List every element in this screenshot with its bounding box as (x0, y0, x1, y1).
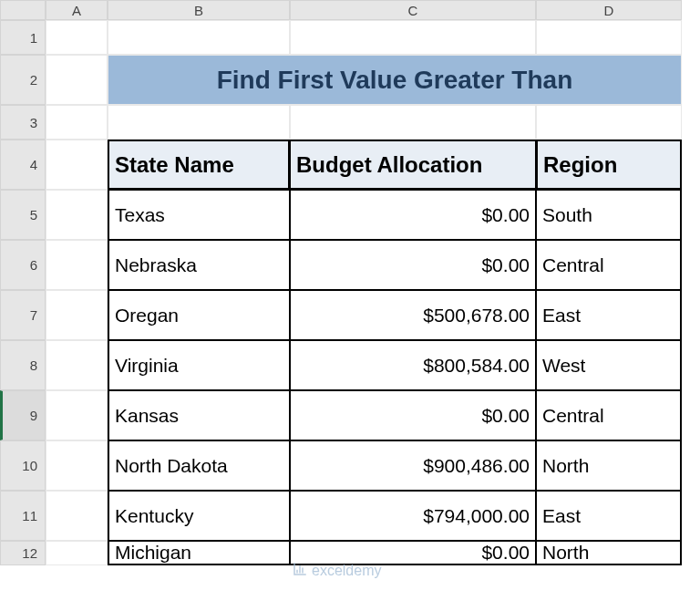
cell-region-3[interactable]: West (536, 340, 682, 390)
cell-a12[interactable] (46, 541, 108, 565)
row-head-4[interactable]: 4 (0, 140, 46, 190)
title-cell[interactable]: Find First Value Greater Than (108, 55, 682, 105)
cell-region-7[interactable]: North (536, 541, 682, 565)
cell-d3[interactable] (536, 105, 682, 140)
cell-budget-3[interactable]: $800,584.00 (290, 340, 536, 390)
col-head-d[interactable]: D (536, 0, 682, 20)
header-region[interactable]: Region (536, 140, 682, 190)
watermark-text: exceldemy (312, 563, 381, 579)
spreadsheet-grid: A B C D 1 2 Find First Value Greater Tha… (0, 0, 700, 565)
cell-b3[interactable] (108, 105, 290, 140)
cell-a6[interactable] (46, 240, 108, 290)
row-head-8[interactable]: 8 (0, 340, 46, 390)
cell-state-6[interactable]: Kentucky (108, 491, 290, 541)
cell-region-0[interactable]: South (536, 190, 682, 240)
cell-c3[interactable] (290, 105, 536, 140)
cell-a8[interactable] (46, 340, 108, 390)
cell-region-1[interactable]: Central (536, 240, 682, 290)
cell-region-4[interactable]: Central (536, 390, 682, 440)
cell-budget-1[interactable]: $0.00 (290, 240, 536, 290)
cell-a1[interactable] (46, 20, 108, 55)
cell-state-2[interactable]: Oregan (108, 290, 290, 340)
cell-budget-6[interactable]: $794,000.00 (290, 491, 536, 541)
cell-region-2[interactable]: East (536, 290, 682, 340)
cell-budget-5[interactable]: $900,486.00 (290, 440, 536, 491)
cell-state-0[interactable]: Texas (108, 190, 290, 240)
header-state[interactable]: State Name (108, 140, 290, 190)
watermark: exceldemy (292, 561, 381, 581)
cell-region-5[interactable]: North (536, 440, 682, 491)
header-budget[interactable]: Budget Allocation (290, 140, 536, 190)
cell-state-7[interactable]: Michigan (108, 541, 290, 565)
col-head-c[interactable]: C (290, 0, 536, 20)
row-head-10[interactable]: 10 (0, 440, 46, 491)
chart-icon (292, 561, 308, 581)
row-head-11[interactable]: 11 (0, 491, 46, 541)
cell-a4[interactable] (46, 140, 108, 190)
col-head-b[interactable]: B (108, 0, 290, 20)
cell-a2[interactable] (46, 55, 108, 105)
row-head-5[interactable]: 5 (0, 190, 46, 240)
cell-b1[interactable] (108, 20, 290, 55)
cell-a7[interactable] (46, 290, 108, 340)
cell-a5[interactable] (46, 190, 108, 240)
cell-budget-0[interactable]: $0.00 (290, 190, 536, 240)
row-head-9[interactable]: 9 (0, 390, 46, 440)
cell-state-5[interactable]: North Dakota (108, 440, 290, 491)
row-head-3[interactable]: 3 (0, 105, 46, 140)
cell-budget-2[interactable]: $500,678.00 (290, 290, 536, 340)
select-all-corner[interactable] (0, 0, 46, 20)
cell-region-6[interactable]: East (536, 491, 682, 541)
row-head-7[interactable]: 7 (0, 290, 46, 340)
cell-c1[interactable] (290, 20, 536, 55)
cell-a10[interactable] (46, 440, 108, 491)
row-head-12[interactable]: 12 (0, 541, 46, 565)
cell-a11[interactable] (46, 491, 108, 541)
cell-state-3[interactable]: Virginia (108, 340, 290, 390)
col-head-a[interactable]: A (46, 0, 108, 20)
row-head-2[interactable]: 2 (0, 55, 46, 105)
cell-state-4[interactable]: Kansas (108, 390, 290, 440)
cell-a9[interactable] (46, 390, 108, 440)
cell-d1[interactable] (536, 20, 682, 55)
row-head-6[interactable]: 6 (0, 240, 46, 290)
row-head-1[interactable]: 1 (0, 20, 46, 55)
cell-budget-4[interactable]: $0.00 (290, 390, 536, 440)
cell-a3[interactable] (46, 105, 108, 140)
cell-state-1[interactable]: Nebraska (108, 240, 290, 290)
